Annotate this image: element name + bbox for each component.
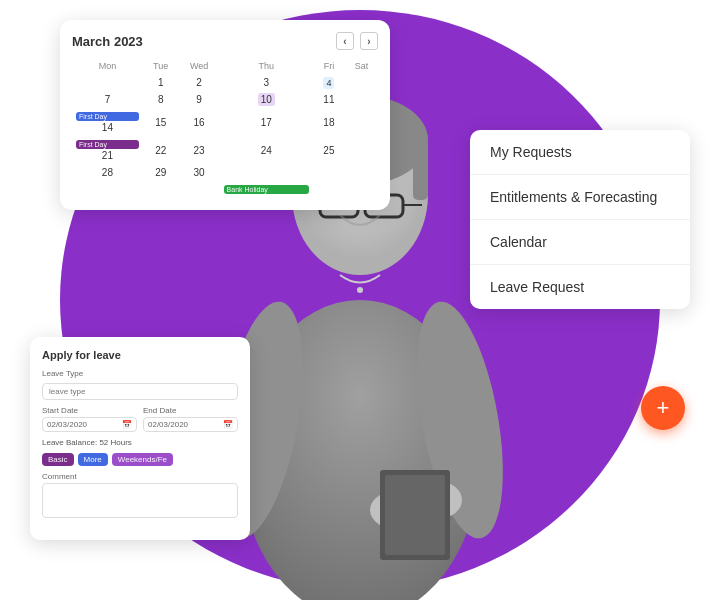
calendar-row-6: Bank Holiday	[72, 181, 378, 198]
cal-cell[interactable]: 2	[179, 74, 220, 91]
cal-cell[interactable]: 25	[313, 136, 345, 164]
day-thu: Thu	[220, 58, 313, 74]
cal-cell[interactable]: 15	[143, 108, 179, 136]
cal-cell[interactable]: 4	[313, 74, 345, 91]
date-row: Start Date 02/03/2020 📅 End Date 02/03/2…	[42, 406, 238, 438]
menu-item-calendar[interactable]: Calendar	[470, 220, 690, 265]
calendar-row-1: 1 2 3 4	[72, 74, 378, 91]
end-date-input[interactable]: 02/03/2020 📅	[143, 417, 238, 432]
comment-group: Comment	[42, 472, 238, 522]
end-date-label: End Date	[143, 406, 238, 415]
calendar-row-3: First Day 14 15 16 17 18	[72, 108, 378, 136]
cal-cell[interactable]: Bank Holiday	[220, 181, 313, 198]
end-date-group: End Date 02/03/2020 📅	[143, 406, 238, 432]
cal-cell[interactable]: 23	[179, 136, 220, 164]
cal-cell[interactable]: 30	[179, 164, 220, 181]
cal-cell[interactable]: 18	[313, 108, 345, 136]
menu-item-leave-request[interactable]: Leave Request	[470, 265, 690, 309]
calendar-weekdays: Mon Tue Wed Thu Fri Sat	[72, 58, 378, 74]
cal-cell[interactable]: 8	[143, 91, 179, 108]
cal-cell[interactable]: 7	[72, 91, 143, 108]
day-tue: Tue	[143, 58, 179, 74]
calendar-card: March 2023 ‹ › Mon Tue Wed Thu Fri Sat	[60, 20, 390, 210]
svg-point-17	[357, 287, 363, 293]
leave-type-group: Leave Type	[42, 369, 238, 400]
calendar-title: March 2023	[72, 34, 143, 49]
start-date-input[interactable]: 02/03/2020 📅	[42, 417, 137, 432]
cal-cell[interactable]: 22	[143, 136, 179, 164]
comment-textarea[interactable]	[42, 483, 238, 518]
calendar-nav: ‹ ›	[336, 32, 378, 50]
balance-row: Leave Balance: 52 Hours	[42, 438, 238, 447]
cal-cell[interactable]	[345, 136, 378, 164]
cal-cell[interactable]: 16	[179, 108, 220, 136]
cal-cell[interactable]: 10	[220, 91, 313, 108]
calendar-row-2: 7 8 9 10 11	[72, 91, 378, 108]
calendar-header: March 2023 ‹ ›	[72, 32, 378, 50]
menu-item-my-requests[interactable]: My Requests	[470, 130, 690, 175]
cal-cell[interactable]: First Day 21	[72, 136, 143, 164]
cal-cell[interactable]	[345, 181, 378, 198]
calendar-next-btn[interactable]: ›	[360, 32, 378, 50]
cal-cell[interactable]	[179, 181, 220, 198]
calendar-row-5: 28 29 30	[72, 164, 378, 181]
svg-rect-16	[385, 475, 445, 555]
cal-cell[interactable]	[72, 181, 143, 198]
leave-type-input[interactable]	[42, 383, 238, 400]
btn-basic[interactable]: Basic	[42, 453, 74, 466]
start-date-label: Start Date	[42, 406, 137, 415]
balance-label: Leave Balance: 52 Hours	[42, 438, 132, 447]
leave-form-title: Apply for leave	[42, 349, 238, 361]
calendar-prev-btn[interactable]: ‹	[336, 32, 354, 50]
btn-weekends[interactable]: Weekends/Fe	[112, 453, 173, 466]
cal-cell[interactable]	[143, 181, 179, 198]
end-date-value: 02/03/2020	[148, 420, 188, 429]
leave-form-card: Apply for leave Leave Type Start Date 02…	[30, 337, 250, 540]
menu-item-entitlements[interactable]: Entitlements & Forecasting	[470, 175, 690, 220]
calendar-grid: Mon Tue Wed Thu Fri Sat 1 2 3 4	[72, 58, 378, 198]
day-fri: Fri	[313, 58, 345, 74]
cal-cell[interactable]: 11	[313, 91, 345, 108]
comment-label: Comment	[42, 472, 238, 481]
menu-card: My Requests Entitlements & Forecasting C…	[470, 130, 690, 309]
cal-cell[interactable]	[345, 108, 378, 136]
cal-cell[interactable]	[313, 181, 345, 198]
cal-cell[interactable]	[345, 74, 378, 91]
btn-more[interactable]: More	[78, 453, 108, 466]
cal-cell[interactable]: 24	[220, 136, 313, 164]
start-date-group: Start Date 02/03/2020 📅	[42, 406, 137, 432]
calendar-row-4: First Day 21 22 23 24 25	[72, 136, 378, 164]
svg-rect-5	[413, 140, 428, 200]
cal-cell[interactable]	[345, 91, 378, 108]
cal-cell[interactable]: 28	[72, 164, 143, 181]
cal-cell[interactable]	[220, 164, 313, 181]
cal-cell[interactable]: 3	[220, 74, 313, 91]
cal-cell[interactable]: 29	[143, 164, 179, 181]
fab-button[interactable]: +	[641, 386, 685, 430]
day-sat: Sat	[345, 58, 378, 74]
cal-cell[interactable]: 1	[143, 74, 179, 91]
leave-type-label: Leave Type	[42, 369, 238, 378]
calendar-icon-end: 📅	[223, 420, 233, 429]
cal-cell[interactable]	[72, 74, 143, 91]
cal-cell[interactable]: First Day 14	[72, 108, 143, 136]
cal-cell[interactable]	[345, 164, 378, 181]
cal-cell[interactable]: 9	[179, 91, 220, 108]
day-wed: Wed	[179, 58, 220, 74]
start-date-value: 02/03/2020	[47, 420, 87, 429]
cal-cell[interactable]	[313, 164, 345, 181]
balance-buttons-row: Basic More Weekends/Fe	[42, 453, 238, 466]
cal-cell[interactable]: 17	[220, 108, 313, 136]
calendar-icon-start: 📅	[122, 420, 132, 429]
day-mon: Mon	[72, 58, 143, 74]
